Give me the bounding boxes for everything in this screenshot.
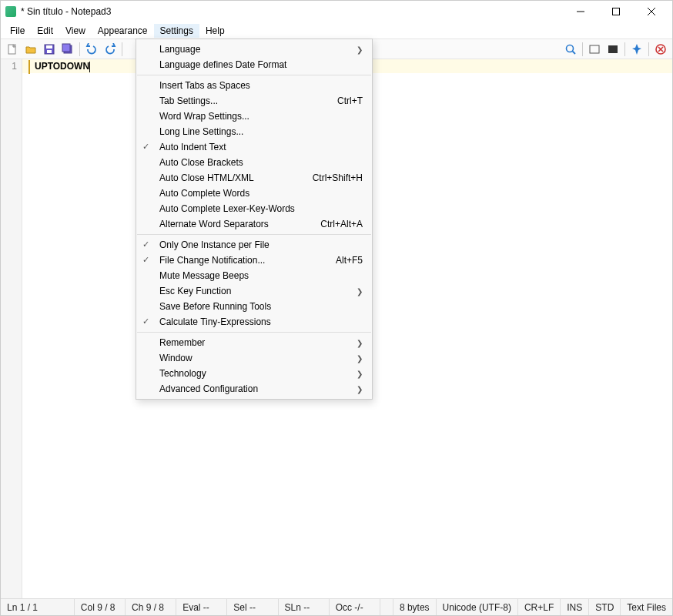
chevron-right-icon: ❯: [357, 354, 363, 363]
menu-shortcut: Alt+F5: [336, 255, 363, 266]
redo-button[interactable]: [102, 41, 119, 58]
status-sel[interactable]: Sel --: [227, 599, 278, 615]
view1-button[interactable]: [586, 41, 603, 58]
save-file-button[interactable]: [41, 41, 58, 58]
menu-item[interactable]: Esc Key Function❯: [136, 283, 372, 299]
menu-item[interactable]: Alternate Word SeparatorsCtrl+Alt+A: [136, 216, 372, 232]
menu-bar: FileEditViewAppearanceSettingsHelp: [1, 22, 672, 39]
zoom-button[interactable]: [562, 41, 579, 58]
menu-shortcut: Ctrl+T: [337, 95, 363, 106]
view2-button[interactable]: [604, 41, 621, 58]
status-std[interactable]: STD: [589, 599, 621, 615]
menu-item-label: Word Wrap Settings...: [159, 111, 249, 122]
menu-item[interactable]: Auto Complete Words: [136, 186, 372, 201]
menu-item[interactable]: Language defines Date Format: [136, 57, 372, 72]
menu-item-label: Tab Settings...: [159, 95, 218, 106]
status-col[interactable]: Col 9 / 8: [75, 599, 126, 615]
close-button[interactable]: [634, 1, 669, 22]
cancel-button[interactable]: [652, 41, 669, 58]
menu-item-label: Auto Indent Text: [159, 142, 226, 152]
menu-item[interactable]: Word Wrap Settings...: [136, 109, 372, 124]
menu-file[interactable]: File: [4, 24, 31, 38]
pin-button[interactable]: [628, 41, 645, 58]
menu-item-label: Auto Complete Words: [159, 188, 249, 199]
maximize-button[interactable]: [598, 1, 634, 22]
status-occ[interactable]: Occ -/-: [330, 599, 380, 615]
menu-item[interactable]: Save Before Running Tools: [136, 299, 372, 314]
menu-item-label: Auto Close Brackets: [159, 157, 243, 168]
menu-item[interactable]: Auto Close HTML/XMLCtrl+Shift+H: [136, 170, 372, 186]
menu-item-label: Language: [159, 44, 200, 55]
chevron-right-icon: ❯: [357, 339, 363, 347]
toolbar-sep: [582, 42, 583, 56]
menu-item-label: Calculate Tiny-Expressions: [159, 316, 271, 327]
line-number: 1: [1, 61, 17, 72]
toolbar-sep: [79, 42, 80, 56]
menu-appearance[interactable]: Appearance: [92, 24, 154, 38]
menu-item[interactable]: Advanced Configuration❯: [136, 381, 372, 397]
menu-separator: [137, 75, 371, 75]
menu-item-label: Auto Complete Lexer-Key-Words: [159, 203, 295, 214]
app-icon: [5, 6, 16, 17]
line-text: UPTODOWN: [35, 61, 89, 72]
status-ins[interactable]: INS: [561, 599, 589, 615]
menu-item[interactable]: Insert Tabs as Spaces: [136, 78, 372, 93]
status-encoding[interactable]: Unicode (UTF-8): [437, 599, 518, 615]
chevron-right-icon: ❯: [357, 45, 363, 54]
svg-rect-0: [613, 8, 620, 15]
status-bytes[interactable]: 8 bytes: [393, 599, 437, 615]
menu-settings[interactable]: Settings: [154, 24, 199, 38]
menu-item[interactable]: Tab Settings...Ctrl+T: [136, 93, 372, 109]
save-all-button[interactable]: [59, 41, 76, 58]
toolbar-sep: [648, 42, 649, 56]
menu-item[interactable]: Long Line Settings...: [136, 124, 372, 139]
menu-item[interactable]: ✓Only One Instance per File: [136, 237, 372, 253]
menu-item[interactable]: Auto Complete Lexer-Key-Words: [136, 201, 372, 216]
menu-item-label: Save Before Running Tools: [159, 301, 271, 312]
menu-item-label: Long Line Settings...: [159, 126, 243, 137]
menu-view[interactable]: View: [59, 24, 92, 38]
menu-item-label: Language defines Date Format: [159, 59, 286, 70]
status-ch[interactable]: Ch 9 / 8: [126, 599, 176, 615]
menu-separator: [137, 234, 371, 235]
menu-edit[interactable]: Edit: [31, 24, 59, 38]
svg-rect-9: [608, 45, 618, 53]
check-icon: ✓: [142, 142, 149, 152]
menu-item-label: Window: [159, 353, 193, 363]
menu-item[interactable]: Auto Close Brackets: [136, 155, 372, 170]
open-file-button[interactable]: [22, 41, 39, 58]
menu-item-label: Mute Message Beeps: [159, 270, 249, 281]
status-spacer: [380, 599, 393, 615]
chevron-right-icon: ❯: [357, 370, 363, 378]
chevron-right-icon: ❯: [357, 287, 363, 296]
status-sln[interactable]: SLn --: [279, 599, 330, 615]
toolbar-sep: [624, 42, 625, 56]
status-eol[interactable]: CR+LF: [518, 599, 561, 615]
menu-item[interactable]: ✓Auto Indent Text: [136, 139, 372, 155]
new-file-button[interactable]: [4, 41, 21, 58]
undo-button[interactable]: [83, 41, 100, 58]
menu-item[interactable]: Language❯: [136, 42, 372, 57]
window-title: * Sin título - Notepad3: [21, 6, 563, 17]
menu-item-label: Only One Instance per File: [159, 239, 270, 250]
status-filetype[interactable]: Text Files: [621, 599, 672, 615]
check-icon: ✓: [142, 255, 149, 265]
menu-help[interactable]: Help: [199, 24, 231, 38]
menu-item[interactable]: ✓File Change Notification...Alt+F5: [136, 253, 372, 268]
menu-item-label: Technology: [159, 368, 206, 379]
svg-rect-3: [46, 45, 52, 49]
title-bar: * Sin título - Notepad3: [1, 1, 672, 22]
menu-item-label: Esc Key Function: [159, 286, 231, 296]
minimize-button[interactable]: [563, 1, 598, 22]
status-bar: Ln 1 / 1 Col 9 / 8 Ch 9 / 8 Eval -- Sel …: [1, 598, 672, 615]
check-icon: ✓: [142, 316, 149, 326]
status-eval[interactable]: Eval --: [176, 599, 227, 615]
menu-item[interactable]: Mute Message Beeps: [136, 268, 372, 283]
menu-item[interactable]: Remember❯: [136, 335, 372, 350]
menu-item[interactable]: Window❯: [136, 350, 372, 366]
status-line[interactable]: Ln 1 / 1: [1, 599, 75, 615]
menu-item[interactable]: ✓Calculate Tiny-Expressions: [136, 314, 372, 330]
app-window: * Sin título - Notepad3 FileEditViewAppe…: [0, 0, 673, 616]
chevron-right-icon: ❯: [357, 385, 363, 393]
menu-item[interactable]: Technology❯: [136, 366, 372, 381]
